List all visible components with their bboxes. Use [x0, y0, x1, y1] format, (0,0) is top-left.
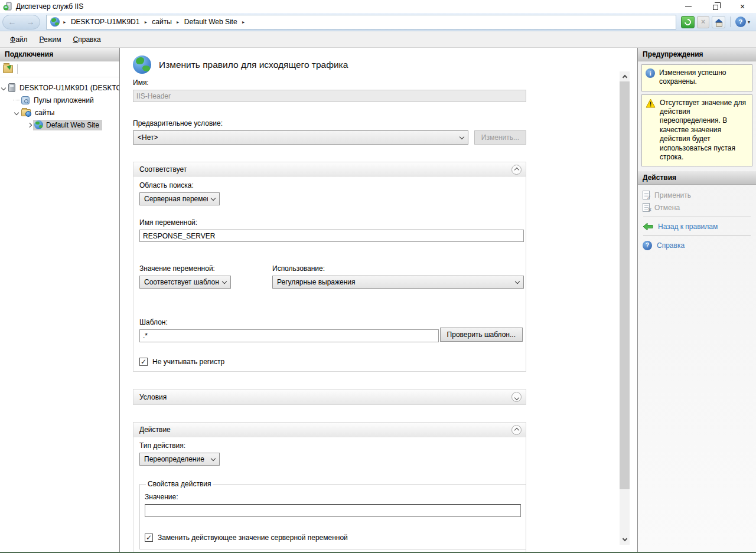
action-type-label: Тип действия:: [139, 441, 523, 450]
expand-button[interactable]: [511, 392, 522, 402]
breadcrumb-item-server[interactable]: DESKTOP-U1MK9D1: [71, 18, 139, 26]
menu-item-view[interactable]: Режим: [34, 33, 67, 46]
breadcrumb-item-sites[interactable]: сайты: [152, 18, 172, 26]
back-to-rules-label: Назад к правилам: [658, 222, 718, 231]
info-icon: i: [646, 68, 655, 78]
window-title: Диспетчер служб IIS: [16, 2, 83, 11]
separator: [17, 64, 18, 74]
precondition-value: <Нет>: [138, 133, 158, 142]
ignore-case-checkbox[interactable]: ✓: [139, 358, 148, 366]
breadcrumb[interactable]: ► DESKTOP-U1MK9D1 ► сайты ► Default Web …: [46, 15, 676, 30]
replace-value-checkbox[interactable]: ✓: [145, 534, 153, 542]
help-button[interactable]: ? ▾: [735, 17, 750, 27]
action-type-select[interactable]: Переопределение: [139, 453, 220, 466]
menu-item-help[interactable]: Справка: [67, 33, 107, 46]
precondition-select[interactable]: <Нет>: [133, 130, 468, 145]
pattern-row: Шаблон: Проверить шаблон...: [139, 318, 523, 342]
action-value-input[interactable]: [145, 504, 521, 517]
alerts-header-label: Предупреждения: [643, 50, 703, 58]
pattern-input[interactable]: [139, 329, 439, 342]
main-scrollbar[interactable]: [620, 71, 630, 545]
scrollbar-track[interactable]: [620, 81, 630, 535]
tree-item-default-web-site[interactable]: Default Web Site: [0, 119, 119, 131]
name-label: Имя:: [133, 78, 526, 87]
home-button[interactable]: [712, 16, 725, 28]
tree-item-server[interactable]: DESKTOP-U1MK9D1 (DESKTOP: [0, 81, 119, 94]
collapse-button[interactable]: [511, 425, 522, 435]
conditions-section-title: Условия: [139, 393, 167, 401]
tree-item-sites[interactable]: сайты: [0, 106, 119, 119]
stop-button[interactable]: ×: [697, 16, 709, 28]
check-icon: ✓: [141, 358, 146, 365]
match-section: Соответствует Область поиска: Серверная …: [133, 162, 526, 372]
separator: [643, 217, 751, 217]
scrollbar-up-button[interactable]: [620, 71, 630, 81]
back-to-rules-link[interactable]: Назад к правилам: [638, 220, 756, 233]
chevron-right-icon[interactable]: [26, 123, 33, 127]
breadcrumb-separator-icon: ►: [63, 20, 67, 24]
tree-item-app-pools[interactable]: Пулы приложений: [0, 94, 119, 106]
notification-text: Отсутствует значение для действия переоп…: [660, 99, 748, 162]
connections-header: Подключения: [0, 48, 119, 61]
breadcrumb-item-default-web-site[interactable]: Default Web Site: [184, 18, 237, 26]
precondition-label: Предварительное условие:: [133, 119, 526, 127]
match-section-header[interactable]: Соответствует: [133, 162, 526, 177]
restore-icon: [713, 5, 718, 10]
name-input: [133, 90, 526, 102]
test-pattern-button[interactable]: Проверить шаблон...: [440, 328, 523, 342]
cancel-button[interactable]: × Отмена: [638, 201, 756, 214]
notification-text: Изменения успешно сохранены.: [659, 68, 748, 87]
name-field-block: Имя:: [133, 78, 526, 102]
chevron-down-icon: [222, 279, 227, 283]
restore-button[interactable]: [702, 0, 729, 13]
using-select[interactable]: Регулярные выражения: [272, 276, 524, 289]
refresh-button[interactable]: [681, 16, 695, 28]
back-button[interactable]: ←: [8, 18, 17, 26]
selected-tree-item[interactable]: Default Web Site: [33, 120, 102, 130]
app-pools-icon: [21, 96, 30, 104]
iis-app-icon: [3, 2, 12, 11]
chevron-up-icon: [514, 168, 519, 172]
edit-precondition-button[interactable]: Изменить...: [474, 130, 526, 145]
tree-item-label: Default Web Site: [45, 120, 101, 130]
variable-value-label: Значение переменной:: [139, 264, 272, 273]
breadcrumb-separator-icon: ►: [176, 20, 180, 24]
scrollbar-thumb[interactable]: [620, 81, 630, 489]
help-link[interactable]: ? Справка: [638, 239, 756, 251]
collapse-button[interactable]: [511, 165, 522, 175]
action-section-title: Действие: [139, 426, 171, 434]
variable-name-input[interactable]: [139, 230, 524, 242]
conditions-section-header[interactable]: Условия: [133, 390, 526, 404]
chevron-down-icon: ▾: [748, 19, 750, 25]
chevron-down-icon: [211, 456, 216, 460]
chevron-down-icon[interactable]: [13, 111, 20, 114]
home-icon: [715, 19, 722, 25]
separator: [730, 17, 731, 27]
minimize-icon: [685, 6, 692, 7]
actions-list: ✓ Применить × Отмена Назад к правилам ?: [638, 185, 756, 251]
x-badge: ×: [648, 207, 651, 213]
close-button[interactable]: ×: [729, 0, 756, 13]
replace-value-row: ✓ Заменить действующее значение серверно…: [145, 534, 521, 542]
apply-icon: ✓: [643, 191, 650, 199]
scope-label: Область поиска:: [139, 181, 523, 189]
create-connection-icon[interactable]: [3, 65, 13, 73]
menu-bar: Файл Режим Справка: [0, 31, 756, 48]
scope-select[interactable]: Серверная переменн: [139, 192, 220, 205]
scrollbar-down-button[interactable]: [620, 535, 630, 545]
help-label: Справка: [657, 241, 685, 250]
minimize-button[interactable]: [674, 0, 702, 13]
menu-item-file[interactable]: Файл: [4, 33, 34, 46]
using-label: Использование:: [272, 264, 524, 273]
connections-panel: Подключения DESKTOP-U1MK9D1 (DESKTOP Пул…: [0, 48, 120, 552]
forward-button[interactable]: →: [27, 18, 35, 26]
variable-value-select[interactable]: Соответствует шаблону: [139, 276, 231, 289]
action-section-header[interactable]: Действие: [133, 423, 526, 437]
action-section: Действие Тип действия: Переопределение С…: [133, 422, 526, 552]
chevron-up-icon: [514, 428, 519, 433]
window-controls: ×: [674, 0, 756, 13]
pattern-label: Шаблон:: [139, 318, 439, 326]
apply-button[interactable]: ✓ Применить: [638, 189, 756, 201]
page-header: Изменить правило для исходящего трафика: [133, 55, 526, 74]
chevron-down-icon[interactable]: [0, 86, 7, 90]
